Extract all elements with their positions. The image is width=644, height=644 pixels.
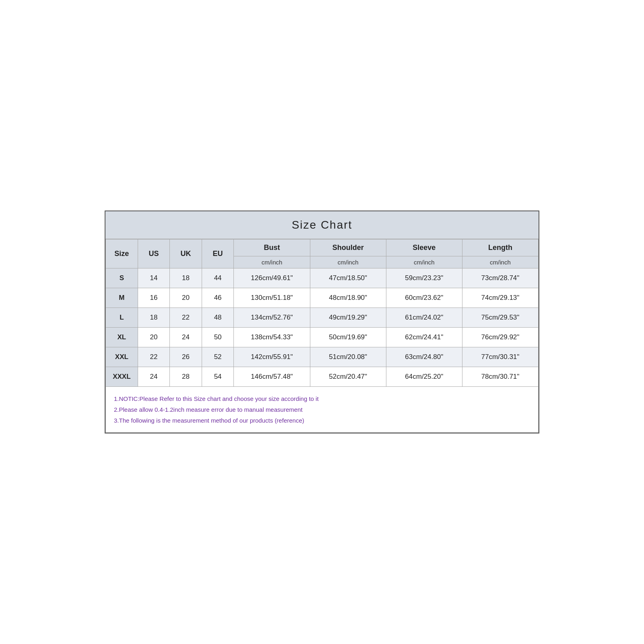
note-1: 1.NOTIC:Please Refer to this Size chart … xyxy=(114,393,530,404)
col-header-eu: EU xyxy=(202,239,234,268)
cell-bust: 146cm/57.48" xyxy=(234,367,310,387)
col-header-bust: Bust xyxy=(234,239,310,256)
cell-us: 18 xyxy=(138,308,170,328)
cell-us: 16 xyxy=(138,288,170,308)
table-row: L182248134cm/52.76"49cm/19.29"61cm/24.02… xyxy=(106,308,539,328)
cell-eu: 44 xyxy=(202,268,234,288)
size-chart-table: Size US UK EU Bust Shoulder Sleeve Lengt… xyxy=(105,239,539,433)
note-3: 3.The following is the measurement metho… xyxy=(114,415,530,426)
table-row: XXL222652142cm/55.91"51cm/20.08"63cm/24.… xyxy=(106,347,539,367)
cell-eu: 48 xyxy=(202,308,234,328)
cell-eu: 50 xyxy=(202,328,234,347)
notes-cell: 1.NOTIC:Please Refer to this Size chart … xyxy=(106,387,539,433)
cell-uk: 18 xyxy=(170,268,202,288)
col-header-uk: UK xyxy=(170,239,202,268)
note-2: 2.Please allow 0.4-1.2inch measure error… xyxy=(114,404,530,415)
cell-length: 76cm/29.92" xyxy=(462,328,538,347)
cell-bust: 134cm/52.76" xyxy=(234,308,310,328)
col-subheader-bust: cm/inch xyxy=(234,256,310,268)
table-row: S141844126cm/49.61"47cm/18.50"59cm/23.23… xyxy=(106,268,539,288)
cell-bust: 142cm/55.91" xyxy=(234,347,310,367)
cell-sleeve: 60cm/23.62" xyxy=(386,288,462,308)
cell-size: XXXL xyxy=(106,367,138,387)
cell-us: 20 xyxy=(138,328,170,347)
cell-uk: 28 xyxy=(170,367,202,387)
chart-title: Size Chart xyxy=(105,211,539,239)
cell-size: L xyxy=(106,308,138,328)
cell-bust: 126cm/49.61" xyxy=(234,268,310,288)
cell-bust: 138cm/54.33" xyxy=(234,328,310,347)
table-row: XXXL242854146cm/57.48"52cm/20.47"64cm/25… xyxy=(106,367,539,387)
col-header-shoulder: Shoulder xyxy=(310,239,386,256)
page-container: Size Chart Size US UK EU Bust Shoulder S… xyxy=(0,0,644,644)
header-row-1: Size US UK EU Bust Shoulder Sleeve Lengt… xyxy=(106,239,539,256)
cell-eu: 52 xyxy=(202,347,234,367)
cell-shoulder: 47cm/18.50" xyxy=(310,268,386,288)
cell-size: S xyxy=(106,268,138,288)
cell-us: 22 xyxy=(138,347,170,367)
col-subheader-length: cm/inch xyxy=(462,256,538,268)
cell-eu: 46 xyxy=(202,288,234,308)
cell-shoulder: 48cm/18.90" xyxy=(310,288,386,308)
cell-eu: 54 xyxy=(202,367,234,387)
cell-bust: 130cm/51.18" xyxy=(234,288,310,308)
col-subheader-shoulder: cm/inch xyxy=(310,256,386,268)
cell-shoulder: 49cm/19.29" xyxy=(310,308,386,328)
cell-uk: 20 xyxy=(170,288,202,308)
size-chart-wrapper: Size Chart Size US UK EU Bust Shoulder S… xyxy=(105,211,539,433)
cell-us: 24 xyxy=(138,367,170,387)
cell-shoulder: 51cm/20.08" xyxy=(310,347,386,367)
table-row: M162046130cm/51.18"48cm/18.90"60cm/23.62… xyxy=(106,288,539,308)
cell-sleeve: 64cm/25.20" xyxy=(386,367,462,387)
cell-length: 78cm/30.71" xyxy=(462,367,538,387)
cell-length: 77cm/30.31" xyxy=(462,347,538,367)
cell-sleeve: 63cm/24.80" xyxy=(386,347,462,367)
col-header-us: US xyxy=(138,239,170,268)
col-header-sleeve: Sleeve xyxy=(386,239,462,256)
cell-us: 14 xyxy=(138,268,170,288)
cell-sleeve: 59cm/23.23" xyxy=(386,268,462,288)
col-header-length: Length xyxy=(462,239,538,256)
cell-uk: 24 xyxy=(170,328,202,347)
cell-length: 74cm/29.13" xyxy=(462,288,538,308)
cell-sleeve: 61cm/24.02" xyxy=(386,308,462,328)
cell-length: 73cm/28.74" xyxy=(462,268,538,288)
cell-length: 75cm/29.53" xyxy=(462,308,538,328)
cell-uk: 26 xyxy=(170,347,202,367)
cell-shoulder: 52cm/20.47" xyxy=(310,367,386,387)
cell-size: M xyxy=(106,288,138,308)
cell-sleeve: 62cm/24.41" xyxy=(386,328,462,347)
cell-uk: 22 xyxy=(170,308,202,328)
table-row: XL202450138cm/54.33"50cm/19.69"62cm/24.4… xyxy=(106,328,539,347)
cell-size: XL xyxy=(106,328,138,347)
col-header-size: Size xyxy=(106,239,138,268)
cell-shoulder: 50cm/19.69" xyxy=(310,328,386,347)
notes-row: 1.NOTIC:Please Refer to this Size chart … xyxy=(106,387,539,433)
cell-size: XXL xyxy=(106,347,138,367)
col-subheader-sleeve: cm/inch xyxy=(386,256,462,268)
